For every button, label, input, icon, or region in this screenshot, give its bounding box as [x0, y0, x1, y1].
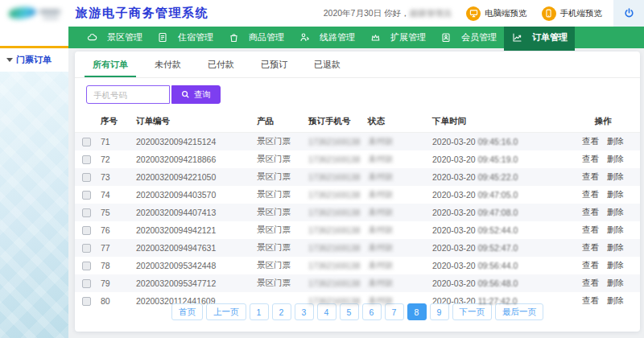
view-link[interactable]: 查看: [582, 154, 599, 163]
nav-item-goods[interactable]: 商品管理: [221, 27, 291, 48]
order-no-cell: 20200320094947631: [131, 239, 252, 257]
row-checkbox[interactable]: [82, 279, 91, 288]
row-checkbox[interactable]: [82, 244, 91, 253]
row-checkbox[interactable]: [82, 226, 91, 235]
row-checkbox-cell: [75, 239, 96, 257]
last-page-button[interactable]: 最后一页: [495, 303, 543, 320]
product-cell: 景区门票: [252, 168, 303, 186]
next-page-button[interactable]: 下一页: [452, 303, 493, 320]
view-link[interactable]: 查看: [582, 260, 599, 270]
row-checkbox[interactable]: [82, 155, 91, 164]
col-seq: 序号: [96, 110, 131, 133]
phone-cell: 17362169138: [303, 221, 363, 239]
sidebar-item-ticket-orders[interactable]: 门票订单: [0, 48, 68, 72]
product-cell: 景区门票: [252, 150, 303, 168]
cloud-scenic-icon: [86, 32, 97, 43]
mobile-preview-label: 手机端预览: [560, 8, 603, 19]
prev-page-button[interactable]: 上一页: [206, 303, 246, 320]
actions-cell: 查看删除: [566, 274, 640, 292]
view-link[interactable]: 查看: [582, 189, 599, 199]
page-button-8-active[interactable]: 8: [407, 303, 427, 320]
nav-label: 住宿管理: [178, 31, 213, 43]
first-page-button[interactable]: 首页: [171, 303, 203, 320]
delete-link[interactable]: 删除: [607, 189, 624, 199]
content-column: 景区管理 住宿管理 商品管理: [68, 27, 644, 338]
orders-table-wrap: 序号 订单编号 产品 预订手机号 状态 下单时间 操作: [75, 110, 640, 294]
nav-label: 线路管理: [320, 31, 355, 43]
delete-link[interactable]: 删除: [607, 242, 624, 252]
tab-all-orders[interactable]: 所有订单: [85, 52, 136, 77]
body: 门票订单 景区管理: [0, 27, 644, 338]
orders-tbody: 71 20200320094215124 景区门票 17362169138 未付…: [75, 133, 640, 311]
delete-link[interactable]: 删除: [607, 207, 624, 216]
order-no-cell: 20200320094218866: [131, 150, 252, 168]
delete-link[interactable]: 删除: [607, 260, 624, 270]
tab-unpaid[interactable]: 未付款: [147, 52, 189, 77]
view-link[interactable]: 查看: [582, 242, 599, 252]
view-link[interactable]: 查看: [582, 207, 599, 216]
col-order-time: 下单时间: [427, 110, 566, 133]
nav-item-lodging[interactable]: 住宿管理: [150, 27, 221, 48]
status-cell: 未付款: [363, 186, 427, 204]
seq-cell: 73: [96, 168, 131, 186]
nav-label: 扩展管理: [390, 31, 426, 43]
search-button[interactable]: 查询: [171, 85, 221, 104]
page-button-1[interactable]: 1: [250, 303, 269, 320]
row-checkbox[interactable]: [82, 173, 91, 182]
nav-label: 会员管理: [461, 31, 497, 43]
nav-item-orders[interactable]: 订单管理: [504, 24, 575, 51]
row-checkbox[interactable]: [82, 138, 91, 146]
delete-link[interactable]: 删除: [607, 225, 624, 234]
status-cell: 未付款: [363, 239, 427, 257]
nav-item-routes[interactable]: 线路管理: [291, 27, 362, 48]
nav-item-scenic[interactable]: 景区管理: [79, 27, 150, 48]
actions-cell: 查看删除: [566, 133, 640, 151]
phone-cell: 17362169138: [303, 168, 363, 186]
view-link[interactable]: 查看: [582, 171, 599, 181]
tab-refunded[interactable]: 已退款: [306, 52, 349, 77]
orders-card: 所有订单 未付款 已付款 已预订 已退款 查询: [75, 52, 640, 332]
delete-link[interactable]: 删除: [607, 154, 624, 163]
order-tabs: 所有订单 未付款 已付款 已预订 已退款: [75, 52, 640, 78]
mobile-preview-button[interactable]: 手机端预览: [542, 6, 603, 21]
phone-search-input[interactable]: [86, 85, 170, 104]
row-checkbox[interactable]: [82, 208, 91, 217]
order-time-cell: 2020-03-20 09:52:47.0: [427, 239, 566, 257]
greeting-text: 2020年7月30日 你好，: [324, 8, 410, 19]
logout-button[interactable]: [613, 0, 644, 27]
page-button-5[interactable]: 5: [340, 303, 359, 320]
nav-item-members[interactable]: 会员管理: [433, 27, 504, 48]
tab-reserved[interactable]: 已预订: [253, 52, 295, 77]
view-link[interactable]: 查看: [582, 136, 599, 146]
page-title: 旅游电子商务管理系统: [76, 6, 208, 21]
page-button-9[interactable]: 9: [430, 303, 449, 320]
product-cell: 景区门票: [252, 221, 303, 239]
pc-preview-button[interactable]: 电脑端预览: [466, 6, 527, 21]
row-checkbox[interactable]: [82, 191, 91, 200]
chevron-down-icon: [6, 58, 13, 62]
row-checkbox[interactable]: [82, 262, 91, 270]
table-row: 74 20200320094403570 景区门票 17362169138 未付…: [75, 186, 640, 204]
page-button-4[interactable]: 4: [317, 303, 336, 320]
delete-link[interactable]: 删除: [607, 136, 624, 146]
table-row: 73 20200320094221050 景区门票 17362169138 未付…: [75, 168, 640, 186]
order-time-cell: 2020-03-20 09:52:44.0: [427, 221, 566, 239]
product-cell: 景区门票: [252, 186, 303, 204]
page-button-3[interactable]: 3: [295, 303, 314, 320]
nav-item-extensions[interactable]: 扩展管理: [362, 27, 433, 48]
member-badge-icon: [440, 32, 452, 43]
status-cell: 未付款: [363, 133, 427, 151]
status-cell: 未付款: [363, 257, 427, 274]
page-button-2[interactable]: 2: [272, 303, 291, 320]
select-all-column: [75, 110, 96, 133]
row-checkbox-cell: [75, 150, 96, 168]
delete-link[interactable]: 删除: [607, 278, 624, 287]
view-link[interactable]: 查看: [582, 278, 599, 287]
page-button-6[interactable]: 6: [362, 303, 382, 320]
tab-paid[interactable]: 已付款: [200, 52, 242, 77]
view-link[interactable]: 查看: [582, 225, 599, 234]
monitor-icon: [466, 6, 481, 21]
delete-link[interactable]: 删除: [607, 171, 624, 181]
page-button-7[interactable]: 7: [385, 303, 404, 320]
product-cell: 景区门票: [252, 204, 303, 221]
